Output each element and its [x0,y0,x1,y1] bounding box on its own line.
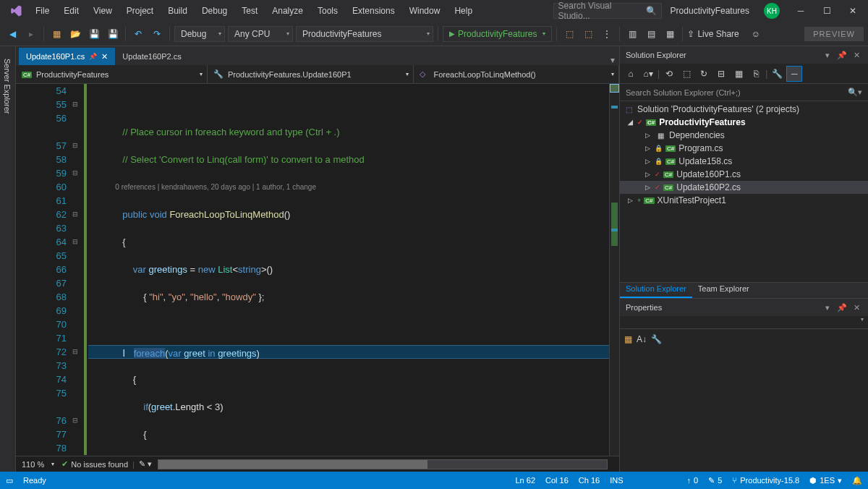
close-panel-icon[interactable]: ✕ [851,51,862,60]
status-ch[interactable]: Ch 16 [579,476,600,485]
pin-icon[interactable]: 📌 [89,53,97,60]
menu-help[interactable]: Help [448,3,479,19]
se-sync-icon[interactable]: ⟲ [661,66,677,82]
save-all-icon[interactable]: 💾 [105,26,121,42]
props-dropdown[interactable]: ▾ [620,316,868,329]
start-debug-button[interactable]: ProductivityFeatures ▾ [443,26,552,42]
toolbar-icon-3[interactable]: ⋮ [599,26,615,42]
expand-icon[interactable]: ▷ [643,158,652,165]
expand-icon[interactable]: ▷ [626,197,634,204]
wrench-icon[interactable]: 🔧 [651,334,662,344]
se-preview-icon[interactable]: ─ [786,66,802,82]
menu-edit[interactable]: Edit [57,3,85,19]
solution-explorer-tab[interactable]: Solution Explorer [620,283,692,298]
toolbar-icon-4[interactable]: ▥ [624,26,640,42]
solution-explorer-search[interactable]: Search Solution Explorer (Ctrl+;) 🔍▾ [620,84,868,101]
open-file-icon[interactable]: 📂 [67,26,83,42]
pin-panel-icon[interactable]: 📌 [836,51,848,60]
menu-window[interactable]: Window [403,3,447,19]
expand-icon[interactable]: ▷ [643,184,652,191]
tree-dependencies[interactable]: ▷ ▦ Dependencies [620,129,868,142]
nav-back-button[interactable]: ◀ [4,26,20,42]
menu-debug[interactable]: Debug [195,3,234,19]
tree-file[interactable]: ▷ 🔒 C# Update158.cs [620,155,868,168]
server-explorer-tab[interactable]: Server Explorer [0,51,14,472]
search-visual-studio[interactable]: Search Visual Studio... 🔍 [553,3,662,19]
tree-project[interactable]: ◢ ✓ C# ProductivityFeatures [620,116,868,129]
expand-icon[interactable]: ▷ [643,171,652,178]
se-refresh-icon[interactable]: ↻ [696,66,712,82]
startup-project-combo[interactable]: ProductivityFeatures [296,26,433,42]
nav-project-combo[interactable]: C# ProductivityFeatures [16,65,208,83]
status-ins[interactable]: INS [610,476,623,485]
pin-panel-icon[interactable]: 📌 [836,303,848,312]
status-changes[interactable]: ✎ 5 [708,476,722,485]
solution-tree[interactable]: ⬚ Solution 'ProductivityFeatures' (2 pro… [620,101,868,282]
maximize-button[interactable]: ☐ [814,2,839,20]
menu-extensions[interactable]: Extensions [346,3,401,19]
close-tab-icon[interactable]: ✕ [101,52,108,61]
new-project-icon[interactable]: ▦ [48,26,64,42]
team-explorer-tab[interactable]: Team Explorer [692,283,755,298]
se-home-icon[interactable]: ⌂ [623,66,639,82]
tree-solution[interactable]: ⬚ Solution 'ProductivityFeatures' (2 pro… [620,103,868,116]
menu-build[interactable]: Build [161,3,194,19]
expand-icon[interactable]: ▷ [643,145,652,152]
panel-dropdown-icon[interactable]: ▾ [822,51,833,60]
minimap-scrollbar[interactable] [609,84,619,456]
se-collapse-icon[interactable]: ⊟ [713,66,729,82]
status-publish[interactable]: ↑ 0 [687,476,699,485]
se-showall-icon[interactable]: ▦ [731,66,746,82]
zoom-level[interactable]: 110 % [22,460,44,469]
menu-test[interactable]: Test [235,3,264,19]
file-tab-active[interactable]: Update160P1.cs 📌 ✕ [19,48,115,65]
minimize-button[interactable]: ─ [788,2,813,20]
live-share-button[interactable]: ⇪ Live Share [687,29,739,39]
toolbar-icon-2[interactable]: ⬚ [580,26,596,42]
tree-project[interactable]: ▷ + C# XUnitTestProject1 [620,194,868,207]
tree-file[interactable]: ▷ ✓ C# Update160P1.cs [620,168,868,181]
brush-icon[interactable]: ✎ ▾ [139,459,152,469]
notifications-icon[interactable]: 🔔 [852,476,862,485]
nav-method-combo[interactable]: ◇ ForeachLoopToLinqMethod() [414,65,620,83]
code-content[interactable]: // Place cursor in foreach keyword and t… [88,84,609,456]
status-branch[interactable]: ⑂ Productivity-15.8 [732,476,799,485]
undo-icon[interactable]: ↶ [130,26,146,42]
feedback-icon[interactable]: ☺ [748,26,764,42]
file-tab[interactable]: Update160P2.cs [115,48,188,65]
close-window-button[interactable]: ✕ [841,2,865,20]
tab-dropdown-icon[interactable]: ▾ [606,55,619,65]
horizontal-scrollbar[interactable] [158,459,608,469]
expand-icon[interactable]: ▷ [643,132,652,139]
toolbar-icon-6[interactable]: ▦ [662,26,678,42]
redo-icon[interactable]: ↷ [149,26,165,42]
save-icon[interactable]: 💾 [86,26,102,42]
categorized-icon[interactable]: ▦ [624,334,632,344]
menu-file[interactable]: File [29,3,56,19]
output-icon[interactable]: ▭ [6,476,13,485]
menu-view[interactable]: View [87,3,119,19]
menu-analyze[interactable]: Analyze [265,3,310,19]
status-repo[interactable]: ⬢ 1ES ▾ [809,476,842,485]
tree-file[interactable]: ▷ 🔒 C# Program.cs [620,142,868,155]
user-avatar[interactable]: KH [764,3,780,19]
configuration-combo[interactable]: Debug [174,26,225,42]
close-panel-icon[interactable]: ✕ [851,303,862,312]
status-line[interactable]: Ln 62 [515,476,535,485]
panel-dropdown-icon[interactable]: ▾ [822,303,833,312]
se-copy-icon[interactable]: ⎘ [748,66,764,82]
status-col[interactable]: Col 16 [545,476,569,485]
alphabetical-icon[interactable]: A↓ [637,334,647,344]
toolbar-icon-5[interactable]: ▤ [643,26,659,42]
platform-combo[interactable]: Any CPU [228,26,293,42]
se-home-combo-icon[interactable]: ⌂▾ [640,66,656,82]
tree-file-selected[interactable]: ▷ ✓ C# Update160P2.cs [620,181,868,194]
zoom-dropdown-icon[interactable]: ▾ [51,461,54,467]
nav-fwd-button[interactable]: ▸ [23,26,39,42]
toolbar-icon-1[interactable]: ⬚ [561,26,577,42]
menu-project[interactable]: Project [120,3,160,19]
menu-tools[interactable]: Tools [311,3,344,19]
nav-class-combo[interactable]: 🔧 ProductivityFeatures.Update160P1 [208,65,414,83]
expand-icon[interactable]: ◢ [626,119,634,126]
se-properties-icon[interactable]: 🔧 [769,66,785,82]
